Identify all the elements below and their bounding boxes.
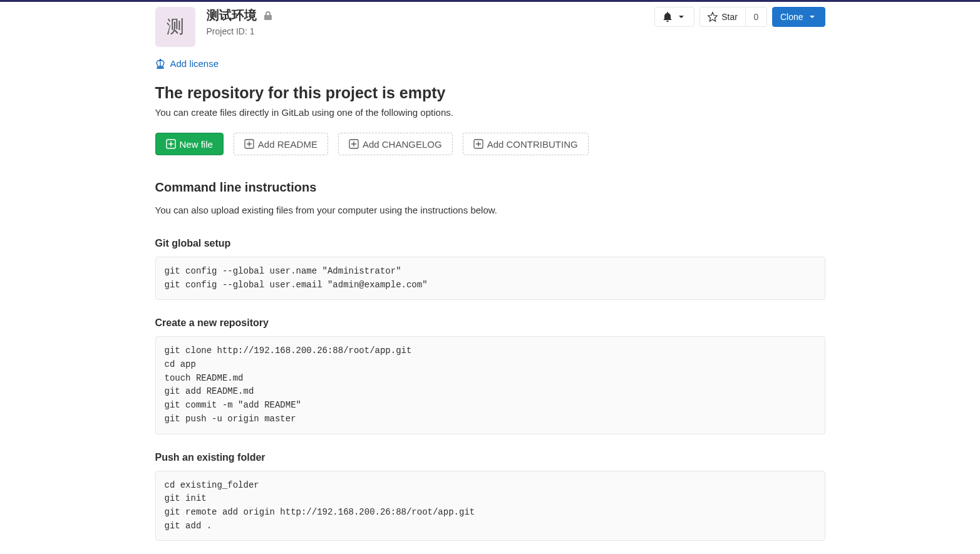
add-changelog-label: Add CHANGELOG: [363, 140, 442, 149]
project-header-left: 测 测试环境 Project ID: 1: [155, 7, 273, 47]
plus-square-icon: [473, 139, 483, 149]
star-button[interactable]: Star: [699, 7, 746, 27]
main-container: 测 测试环境 Project ID: 1: [155, 2, 825, 554]
empty-repo-heading: The repository for this project is empty: [155, 84, 825, 102]
plus-square-icon: [349, 139, 359, 149]
license-icon: [155, 59, 165, 69]
plus-square-icon: [244, 139, 254, 149]
git-global-setup-heading: Git global setup: [155, 238, 825, 249]
star-icon: [708, 12, 718, 22]
add-readme-label: Add README: [258, 140, 317, 149]
file-buttons-row: New file Add README Add CHANGELOG Add CO…: [155, 133, 825, 155]
project-id: Project ID: 1: [207, 26, 273, 36]
project-actions: Star 0 Clone: [654, 7, 825, 27]
new-file-label: New file: [180, 140, 213, 149]
new-file-button[interactable]: New file: [155, 133, 224, 155]
add-contributing-button[interactable]: Add CONTRIBUTING: [463, 133, 589, 155]
create-repo-code[interactable]: git clone http://192.168.200.26:88/root/…: [155, 336, 825, 434]
notifications-dropdown[interactable]: [654, 7, 694, 27]
bell-icon: [663, 12, 673, 22]
empty-repo-subtext: You can create files directly in GitLab …: [155, 107, 825, 118]
cli-subtext: You can also upload existing files from …: [155, 205, 825, 215]
create-repo-heading: Create a new repository: [155, 317, 825, 329]
add-license-label: Add license: [170, 58, 219, 69]
project-title-row: 测试环境: [207, 7, 273, 24]
chevron-down-icon: [676, 12, 686, 22]
add-readme-button[interactable]: Add README: [234, 133, 328, 155]
project-title: 测试环境: [207, 7, 257, 24]
clone-label: Clone: [780, 13, 803, 21]
project-header: 测 测试环境 Project ID: 1: [155, 7, 825, 47]
push-folder-heading: Push an existing folder: [155, 452, 825, 463]
plus-square-icon: [166, 139, 176, 149]
cli-heading: Command line instructions: [155, 180, 825, 195]
project-title-block: 测试环境 Project ID: 1: [207, 7, 273, 36]
add-contributing-label: Add CONTRIBUTING: [487, 140, 578, 149]
clone-dropdown[interactable]: Clone: [772, 7, 825, 27]
lock-icon: [263, 11, 273, 21]
push-folder-code[interactable]: cd existing_folder git init git remote a…: [155, 471, 825, 541]
project-avatar: 测: [155, 7, 195, 47]
star-label: Star: [721, 13, 738, 21]
star-button-group: Star 0: [699, 7, 767, 27]
chevron-down-icon: [807, 12, 817, 22]
git-global-setup-code[interactable]: git config --global user.name "Administr…: [155, 257, 825, 300]
star-count[interactable]: 0: [746, 7, 767, 27]
add-license-link[interactable]: Add license: [155, 58, 219, 69]
add-changelog-button[interactable]: Add CHANGELOG: [338, 133, 453, 155]
